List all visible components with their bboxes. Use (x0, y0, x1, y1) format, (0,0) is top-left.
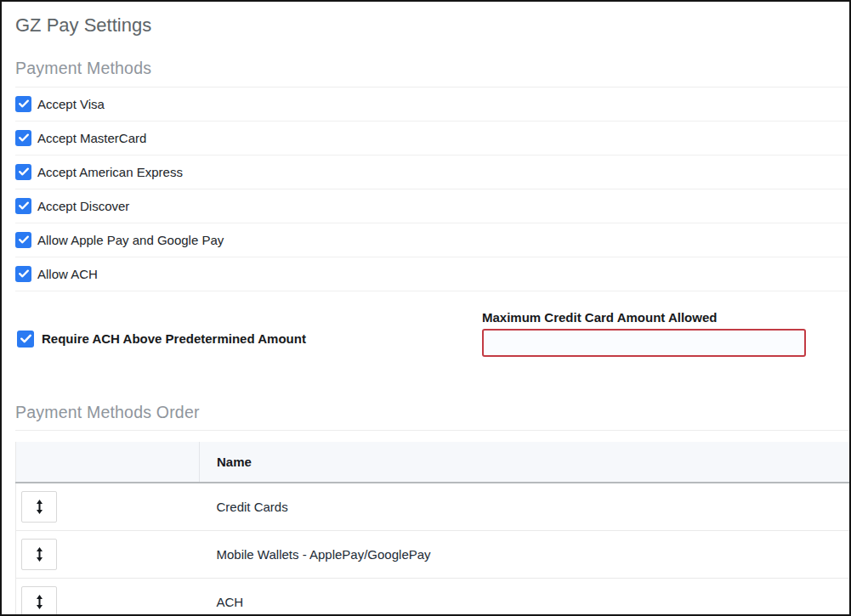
payment-method-name: Credit Cards (200, 483, 850, 530)
accept-mastercard-checkbox[interactable] (15, 130, 31, 146)
accept-mastercard-label: Accept MasterCard (37, 131, 146, 145)
reorder-column-header (16, 442, 200, 483)
checkmark-icon (19, 269, 29, 278)
accept-discover-checkbox[interactable] (15, 198, 31, 214)
name-column-header: Name (200, 442, 850, 483)
accept-visa-checkbox[interactable] (15, 96, 31, 112)
checkmark-icon (19, 167, 29, 176)
require-ach-label: Require ACH Above Predetermined Amount (42, 331, 306, 346)
payment-methods-heading: Payment Methods (15, 59, 849, 87)
max-credit-card-amount-input[interactable] (482, 329, 806, 357)
reorder-button-ach[interactable] (21, 586, 57, 616)
apple-google-pay-checkbox[interactable] (15, 232, 31, 248)
check-row-accept-visa: Accept Visa (15, 88, 849, 122)
table-header-row: Name (16, 442, 850, 483)
require-ach-checkbox[interactable] (17, 331, 34, 348)
accept-amex-label: Accept American Express (37, 165, 183, 179)
check-row-allow-ach: Allow ACH (15, 257, 849, 291)
check-row-accept-mastercard: Accept MasterCard (15, 122, 849, 155)
checkmark-icon (20, 334, 31, 343)
table-row-ach: ACH (16, 578, 850, 616)
max-credit-card-amount-label: Maximum Credit Card Amount Allowed (482, 310, 717, 325)
up-down-arrow-icon (35, 500, 44, 514)
table-row-credit-cards: Credit Cards (16, 483, 850, 530)
table-row-mobile-wallets: Mobile Wallets - ApplePay/GooglePay (16, 530, 850, 578)
allow-ach-checkbox[interactable] (15, 266, 31, 282)
checkmark-icon (19, 99, 29, 108)
reorder-button-mobile-wallets[interactable] (21, 539, 57, 570)
checkmark-icon (19, 235, 29, 244)
check-row-apple-google-pay: Allow Apple Pay and Google Pay (15, 223, 849, 257)
accept-visa-label: Accept Visa (37, 97, 105, 111)
check-row-accept-discover: Accept Discover (15, 189, 849, 223)
reorder-button-credit-cards[interactable] (21, 491, 57, 523)
up-down-arrow-icon (35, 595, 44, 609)
checkmark-icon (19, 133, 29, 142)
gz-pay-settings-page: GZ Pay Settings Payment Methods Accept V… (0, 0, 851, 616)
accept-discover-label: Accept Discover (37, 199, 129, 213)
payment-method-name: Mobile Wallets - ApplePay/GooglePay (200, 530, 850, 578)
check-row-accept-amex: Accept American Express (15, 155, 849, 189)
payment-method-name: ACH (200, 578, 850, 616)
apple-google-pay-label: Allow Apple Pay and Google Pay (37, 233, 224, 247)
check-row-require-ach: Require ACH Above Predetermined Amount (17, 331, 306, 348)
ach-threshold-section: Require ACH Above Predetermined Amount M… (15, 291, 849, 380)
payment-methods-order-table: Name Credit Cards (15, 442, 849, 616)
accept-amex-checkbox[interactable] (15, 164, 31, 180)
checkmark-icon (19, 201, 29, 210)
up-down-arrow-icon (35, 547, 44, 562)
allow-ach-label: Allow ACH (37, 267, 98, 281)
page-title: GZ Pay Settings (15, 14, 849, 36)
payment-methods-order-heading: Payment Methods Order (15, 404, 849, 431)
